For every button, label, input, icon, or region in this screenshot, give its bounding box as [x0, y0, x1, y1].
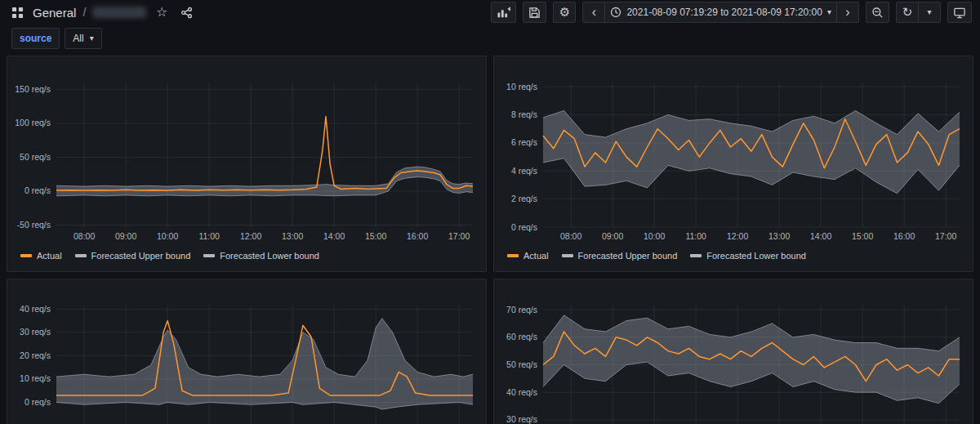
x-tick-label: 17:00: [935, 231, 956, 241]
y-tick-label: 30 req/s: [20, 327, 51, 337]
legend-label: Forecasted Lower bound: [220, 251, 319, 261]
legend-item-upper-bound[interactable]: Forecasted Upper bound: [75, 251, 191, 261]
y-tick-label: 20 req/s: [20, 350, 51, 360]
x-tick-label: 08:00: [74, 231, 95, 241]
dashboard-settings-button[interactable]: ⚙: [553, 2, 576, 23]
legend-item-actual[interactable]: Actual: [20, 251, 62, 261]
x-tick-label: 14:00: [323, 231, 345, 241]
x-tick-label: 16:00: [893, 231, 915, 241]
chevron-right-icon: ›: [845, 6, 849, 19]
x-tick-label: 13:00: [768, 231, 790, 241]
legend-swatch-lower: [690, 254, 702, 257]
variable-source-value: All: [73, 33, 83, 44]
caret-down-icon: ▾: [927, 8, 931, 16]
x-tick-label: 15:00: [852, 231, 873, 241]
breadcrumb-folder[interactable]: General: [33, 6, 76, 20]
star-icon: ☆: [156, 6, 167, 19]
legend-label: Forecasted Upper bound: [578, 251, 678, 261]
panel-header[interactable]: [7, 56, 486, 76]
legend-swatch-lower: [203, 254, 215, 257]
share-button[interactable]: [177, 3, 195, 21]
legend-swatch-actual: [507, 254, 519, 257]
panel-forecast-3: 08:0009:0010:0011:0012:0013:0014:0015:00…: [7, 279, 487, 424]
breadcrumb: General / ☆: [8, 3, 195, 21]
panel-forecast-2: 08:0009:0010:0011:0012:0013:0014:0015:00…: [493, 56, 973, 272]
y-tick-label: 40 req/s: [506, 387, 537, 397]
panel-header[interactable]: [494, 56, 973, 76]
top-nav-bar: General / ☆ ⚙: [0, 0, 980, 25]
time-shift-forward-button[interactable]: ›: [836, 2, 859, 23]
x-tick-label: 15:00: [365, 231, 386, 241]
y-tick-label: 10 req/s: [506, 82, 537, 91]
caret-down-icon: ▾: [90, 34, 94, 42]
x-tick-label: 09:00: [602, 231, 623, 241]
y-tick-label: 6 req/s: [511, 137, 537, 147]
variable-source-dropdown[interactable]: All ▾: [65, 28, 101, 49]
y-tick-label: 4 req/s: [511, 166, 537, 176]
save-icon: [528, 7, 541, 19]
panel-header[interactable]: [7, 279, 486, 299]
refresh-button[interactable]: ↻: [896, 2, 919, 23]
legend-label: Actual: [37, 251, 62, 261]
chart-legend: Actual Forecasted Upper bound Forecasted…: [7, 245, 486, 271]
chart-area: 08:0009:0010:0011:0012:0013:0014:0015:00…: [7, 76, 486, 245]
refresh-interval-button[interactable]: ▾: [918, 2, 941, 23]
x-tick-label: 12:00: [240, 231, 261, 241]
y-tick-label: 0 req/s: [24, 397, 51, 407]
timeseries-chart[interactable]: 08:0009:0010:0011:0012:0013:0014:0015:00…: [12, 299, 481, 424]
x-tick-label: 16:00: [407, 231, 428, 241]
x-tick-label: 17:00: [448, 231, 470, 241]
star-button[interactable]: ☆: [153, 3, 171, 21]
y-tick-label: 2 req/s: [511, 194, 537, 203]
legend-item-upper-bound[interactable]: Forecasted Upper bound: [562, 251, 678, 261]
legend-swatch-actual: [20, 254, 32, 257]
y-tick-label: -50 req/s: [17, 220, 51, 230]
timeseries-chart[interactable]: 08:0009:0010:0011:0012:0013:0014:0015:00…: [12, 76, 481, 245]
legend-item-actual[interactable]: Actual: [507, 251, 549, 261]
x-tick-label: 10:00: [157, 231, 178, 241]
dashboard-grid: 08:0009:0010:0011:0012:0013:0014:0015:00…: [0, 52, 980, 424]
clock-icon: [610, 7, 621, 18]
add-panel-button[interactable]: [491, 2, 516, 23]
y-tick-label: 50 req/s: [506, 359, 537, 369]
gear-icon: ⚙: [559, 5, 570, 20]
chart-legend: Actual Forecasted Upper bound Forecasted…: [494, 245, 973, 271]
y-tick-label: 8 req/s: [511, 109, 537, 119]
timeseries-chart[interactable]: 08:0009:0010:0011:0012:0013:0014:0015:00…: [499, 299, 968, 424]
y-tick-label: 60 req/s: [506, 332, 537, 341]
panel-forecast-1: 08:0009:0010:0011:0012:0013:0014:0015:00…: [7, 56, 487, 272]
timeseries-chart[interactable]: 08:0009:0010:0011:0012:0013:0014:0015:00…: [499, 76, 968, 245]
y-tick-label: 0 req/s: [511, 222, 537, 232]
time-range-text: 2021-08-09 07:19:29 to 2021-08-09 17:20:…: [626, 7, 822, 18]
forecast-band: [543, 110, 960, 193]
chevron-left-icon: ‹: [592, 6, 596, 19]
chart-area: 08:0009:0010:0011:0012:0013:0014:0015:00…: [494, 299, 973, 424]
legend-item-lower-bound[interactable]: Forecasted Lower bound: [203, 251, 319, 261]
legend-label: Forecasted Upper bound: [91, 251, 191, 261]
variable-source-label: source: [11, 28, 60, 49]
y-tick-label: 40 req/s: [20, 304, 51, 314]
y-tick-label: 100 req/s: [15, 118, 51, 127]
dashboard-variables-bar: source All ▾: [0, 25, 980, 52]
legend-label: Actual: [523, 251, 549, 261]
x-tick-label: 09:00: [115, 231, 136, 241]
y-tick-label: 50 req/s: [20, 152, 51, 162]
time-picker-group: ‹ 2021-08-09 07:19:29 to 2021-08-09 17:2…: [582, 2, 859, 23]
y-tick-label: 30 req/s: [506, 414, 537, 424]
save-dashboard-button[interactable]: [523, 2, 546, 23]
caret-down-icon: ▾: [827, 8, 831, 16]
panel-header[interactable]: [494, 279, 973, 299]
apps-grid-icon[interactable]: [8, 3, 26, 21]
refresh-group: ↻ ▾: [896, 2, 941, 23]
legend-swatch-upper: [562, 254, 573, 257]
y-tick-label: 150 req/s: [15, 84, 51, 94]
zoom-out-time-button[interactable]: [866, 2, 889, 23]
y-tick-label: 10 req/s: [20, 373, 51, 383]
legend-label: Forecasted Lower bound: [706, 251, 806, 261]
legend-item-lower-bound[interactable]: Forecasted Lower bound: [690, 251, 806, 261]
time-range-button[interactable]: 2021-08-09 07:19:29 to 2021-08-09 17:20:…: [604, 2, 837, 23]
add-panel-icon: [497, 7, 510, 19]
time-shift-back-button[interactable]: ‹: [582, 2, 605, 23]
cycle-view-mode-button[interactable]: [947, 2, 972, 23]
y-tick-label: 70 req/s: [506, 305, 537, 315]
